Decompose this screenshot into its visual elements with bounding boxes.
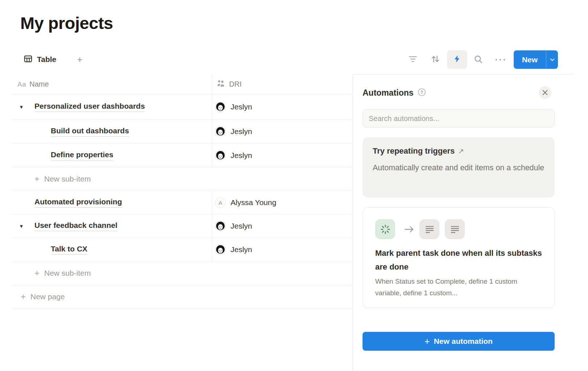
new-sub-item-label: New sub-item [44,175,91,183]
table-row: ▼ Personalized user dashboards Jeslyn [12,95,353,120]
automation-description: When Status set to Complete, define 1 cu… [375,276,542,299]
panel-divider [353,75,353,371]
arrow-right-icon [404,225,415,233]
new-sub-item-label: New sub-item [44,269,91,278]
new-automation-label: New automation [434,337,493,346]
panel-title: Automations [363,88,414,98]
close-icon [542,90,548,95]
search-automations-input[interactable] [363,109,555,128]
page-link[interactable]: User feedback channel [34,221,117,231]
avatar [215,101,226,112]
filter-icon [408,54,418,65]
avatar [215,150,226,161]
table-header-row: Aa Name DRI [12,74,353,95]
name-column-label: Name [29,80,49,88]
external-link-arrow-icon: ↗ [458,147,464,155]
trigger-status-icon [375,219,395,239]
dri-person-name: Jeslyn [231,151,252,160]
table-row: Talk to CX Jeslyn [12,238,353,262]
dri-cell[interactable]: Jeslyn [212,214,353,238]
dri-person-name: Jeslyn [231,127,252,136]
plus-icon: + [425,336,430,347]
page-link[interactable]: Personalized user dashboards [34,102,145,112]
avatar [215,244,226,255]
page-link[interactable]: Automated provisioning [34,197,122,208]
search-button[interactable] [473,54,484,65]
chevron-down-icon [550,57,555,62]
new-page-button[interactable]: + New page [12,285,353,308]
tab-table-label: Table [37,55,56,64]
dri-person-name: Jeslyn [231,222,252,230]
dri-cell[interactable]: Jeslyn [212,120,353,143]
page-title: My projects [20,13,113,33]
table-view-icon [24,55,32,64]
add-view-button[interactable]: + [73,52,87,67]
table-row: Automated provisioning A Alyssa Young [12,191,353,214]
plus-icon: + [34,268,40,278]
new-dropdown-button[interactable] [546,50,558,69]
lightning-bolt-icon [453,55,461,64]
page-link[interactable]: Define properties [51,150,113,161]
close-panel-button[interactable] [539,86,551,99]
new-sub-item-button[interactable]: + New sub-item [12,262,353,285]
more-options-button[interactable] [493,54,508,65]
collapse-toggle-icon[interactable]: ▼ [13,224,29,229]
dri-person-name: Alyssa Young [231,198,276,207]
sort-icon [430,54,440,66]
sort-button[interactable] [430,54,441,65]
filter-button[interactable] [407,54,418,65]
notion-window: My projects Table + New [0,0,588,371]
table-row: + New sub-item [12,167,353,191]
dri-cell[interactable]: Jeslyn [212,95,353,119]
action-edit-property-icon [445,219,465,239]
search-icon [473,54,483,66]
text-property-icon: Aa [17,80,26,88]
plus-icon: + [34,174,40,184]
collapse-toggle-icon[interactable]: ▼ [13,104,29,110]
avatar: A [215,197,226,208]
automations-panel-header: Automations ? [363,86,426,100]
dri-person-name: Jeslyn [231,245,252,254]
column-header-dri[interactable]: DRI [212,74,353,94]
dri-cell[interactable]: Jeslyn [212,238,353,261]
plus-icon: + [21,292,26,302]
table-row: + New sub-item [12,262,353,285]
page-link[interactable]: Build out dashboards [51,126,129,137]
table-row: ▼ User feedback channel Jeslyn [12,214,353,238]
svg-text:?: ? [420,89,423,95]
tab-table-view[interactable]: Table [24,51,56,67]
avatar [215,221,226,232]
table-row: Build out dashboards Jeslyn [12,120,353,143]
new-automation-button[interactable]: + New automation [363,332,555,351]
table-row: + New page [12,285,353,308]
automation-card[interactable]: Mark parent task done when all its subta… [363,207,555,308]
dri-cell[interactable]: Jeslyn [212,143,353,167]
dri-cell[interactable]: A Alyssa Young [212,191,353,214]
new-split-button[interactable]: New [514,50,558,69]
repeating-triggers-promo-card[interactable]: Try repeating triggers ↗ Automatically c… [363,137,555,197]
column-header-name[interactable]: Aa Name [12,74,212,94]
new-sub-item-button[interactable]: + New sub-item [12,167,353,191]
page-link[interactable]: Talk to CX [51,245,87,255]
new-button-label[interactable]: New [514,50,546,69]
table-row: Define properties Jeslyn [12,143,353,167]
dri-column-label: DRI [229,80,241,88]
ellipsis-icon [494,57,506,63]
dri-person-name: Jeslyn [231,103,252,111]
promo-title: Try repeating triggers [373,146,455,156]
automation-title: Mark parent task done when all its subta… [375,246,542,274]
new-page-label: New page [30,292,65,301]
automations-button[interactable] [447,50,467,69]
action-edit-property-icon [419,219,439,239]
avatar [215,126,226,137]
promo-description: Automatically create and edit items on a… [373,161,544,175]
people-icon [216,79,225,89]
help-icon[interactable]: ? [418,88,426,98]
